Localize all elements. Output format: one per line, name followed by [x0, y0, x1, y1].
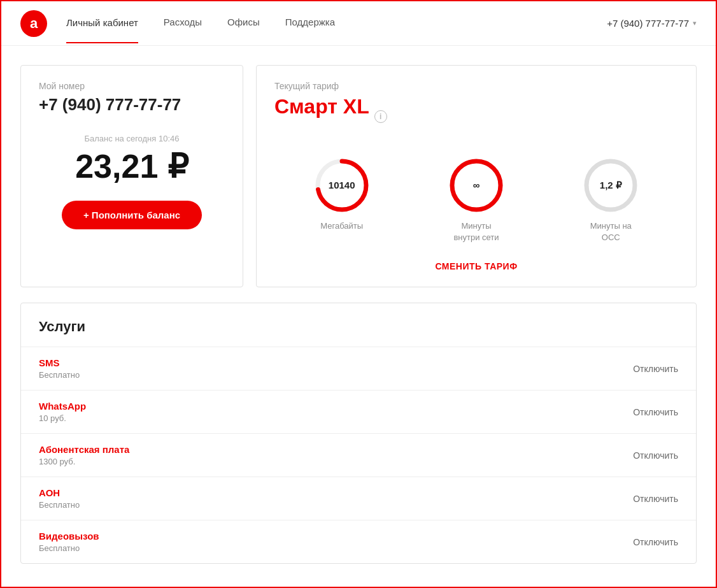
circle-minutes-internal-visual: ∞: [448, 157, 505, 214]
disconnect-button-sms[interactable]: Отключить: [633, 364, 678, 374]
service-price-videocall: Бесплатно: [39, 543, 99, 553]
circle-minutes-oss-label: Минуты на ОСС: [582, 220, 639, 243]
my-number-label: Мой номер: [39, 81, 225, 91]
service-row-aon: АОН Бесплатно Отключить: [21, 477, 696, 520]
header: a Личный кабинет Расходы Офисы Поддержка…: [1, 1, 716, 46]
service-row-subscription: Абонентская плата 1300 руб. Отключить: [21, 433, 696, 477]
header-phone[interactable]: +7 (940) 777-77-77 ▾: [607, 18, 697, 29]
service-info-videocall: Видеовызов Бесплатно: [39, 531, 99, 553]
services-card: Услуги SMS Бесплатно Отключить WhatsApp …: [20, 303, 697, 564]
services-title: Услуги: [21, 303, 696, 347]
service-row-videocall: Видеовызов Бесплатно Отключить: [21, 520, 696, 563]
logo[interactable]: a: [20, 10, 47, 37]
circle-megabytes: 10140 Мегабайты: [313, 157, 371, 232]
service-info-sms: SMS Бесплатно: [39, 357, 80, 380]
service-name-aon: АОН: [39, 487, 80, 498]
tariff-label: Текущий тариф: [274, 81, 678, 91]
circle-minutes-oss: 1,2 ₽ Минуты на ОСС: [582, 157, 639, 243]
disconnect-button-whatsapp[interactable]: Отключить: [633, 407, 678, 417]
top-row: Мой номер +7 (940) 777-77-77 Баланс на с…: [20, 65, 697, 287]
change-tariff-button[interactable]: СМЕНИТЬ ТАРИФ: [274, 261, 678, 271]
balance-label: Баланс на сегодня 10:46: [39, 134, 225, 143]
service-name-whatsapp: WhatsApp: [39, 401, 86, 412]
tariff-card: Текущий тариф Смарт XL i 10140 Мегабайты: [256, 65, 697, 287]
disconnect-button-aon[interactable]: Отключить: [633, 494, 678, 504]
circle-minutes-oss-value: 1,2 ₽: [600, 180, 622, 191]
my-number-value: +7 (940) 777-77-77: [39, 95, 225, 115]
service-price-aon: Бесплатно: [39, 500, 80, 510]
circle-minutes-internal-label: Минуты внутри сети: [448, 220, 505, 243]
circle-megabytes-visual: 10140: [313, 157, 371, 214]
topup-button[interactable]: + Пополнить баланс: [62, 201, 202, 229]
tariff-circles: 10140 Мегабайты ∞ Минуты внутри сети: [274, 157, 678, 243]
service-name-sms: SMS: [39, 357, 80, 368]
tariff-info-icon[interactable]: i: [374, 110, 387, 123]
service-info-whatsapp: WhatsApp 10 руб.: [39, 401, 86, 423]
balance-value: 23,21 ₽: [39, 147, 225, 185]
disconnect-button-subscription[interactable]: Отключить: [633, 450, 678, 461]
circle-minutes-oss-visual: 1,2 ₽: [582, 157, 639, 214]
nav-item-expenses[interactable]: Расходы: [164, 17, 202, 30]
disconnect-button-videocall[interactable]: Отключить: [633, 537, 678, 547]
header-phone-number: +7 (940) 777-77-77: [607, 18, 689, 29]
nav-item-offices[interactable]: Офисы: [227, 17, 260, 30]
main-content: Мой номер +7 (940) 777-77-77 Баланс на с…: [1, 46, 716, 583]
service-price-sms: Бесплатно: [39, 370, 80, 380]
tariff-name: Смарт XL: [274, 95, 369, 118]
service-price-whatsapp: 10 руб.: [39, 413, 86, 423]
nav-item-personal-cabinet[interactable]: Личный кабинет: [66, 17, 138, 43]
service-name-videocall: Видеовызов: [39, 531, 99, 541]
service-row-sms: SMS Бесплатно Отключить: [21, 347, 696, 390]
chevron-down-icon: ▾: [693, 19, 697, 27]
circle-megabytes-value: 10140: [329, 180, 355, 191]
account-card: Мой номер +7 (940) 777-77-77 Баланс на с…: [20, 65, 243, 287]
nav-item-support[interactable]: Поддержка: [285, 17, 335, 30]
service-info-subscription: Абонентская плата 1300 руб.: [39, 444, 129, 466]
service-row-whatsapp: WhatsApp 10 руб. Отключить: [21, 390, 696, 433]
service-price-subscription: 1300 руб.: [39, 457, 129, 466]
circle-megabytes-label: Мегабайты: [320, 220, 363, 232]
circle-minutes-internal-value: ∞: [473, 180, 480, 191]
nav: Личный кабинет Расходы Офисы Поддержка: [66, 17, 607, 30]
circle-minutes-internal: ∞ Минуты внутри сети: [448, 157, 505, 243]
service-name-subscription: Абонентская плата: [39, 444, 129, 455]
service-info-aon: АОН Бесплатно: [39, 487, 80, 510]
